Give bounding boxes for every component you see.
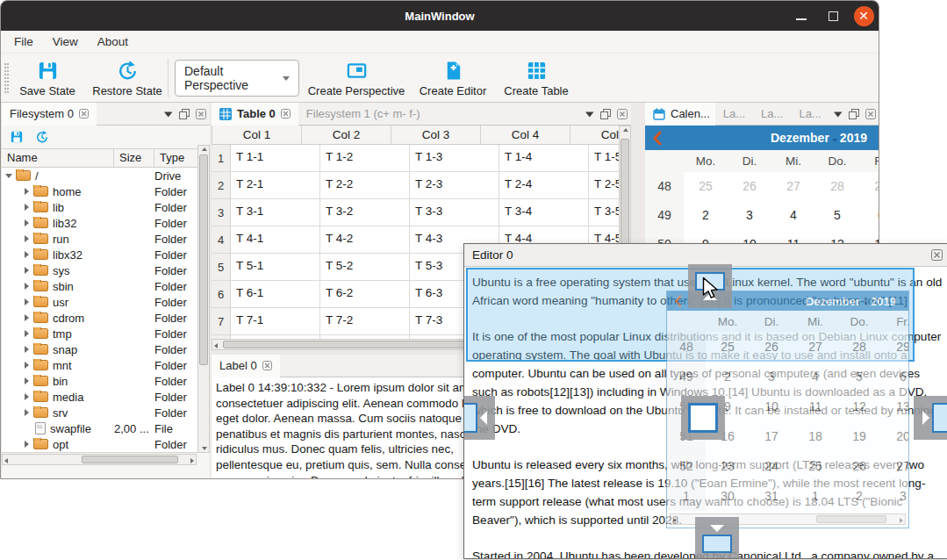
dock-indicator-bottom[interactable] xyxy=(695,517,739,559)
expander-icon[interactable] xyxy=(19,314,33,321)
maximize-button[interactable] xyxy=(821,1,845,31)
table-cell[interactable]: T 3-5 xyxy=(589,199,619,226)
dock-indicator-left[interactable] xyxy=(463,396,495,440)
tree-row[interactable]: sys Folder xyxy=(2,262,197,278)
tab-label-dock[interactable]: La... xyxy=(753,103,791,126)
calendar-day[interactable]: 2 xyxy=(684,201,728,230)
expander-icon[interactable] xyxy=(2,174,16,178)
expander-icon[interactable] xyxy=(19,267,33,274)
tree-row[interactable]: media Folder xyxy=(2,389,197,405)
table-cell[interactable]: T 4-1 xyxy=(231,226,320,253)
vertical-scrollbar[interactable] xyxy=(197,145,210,453)
table-cell[interactable]: T 7-1 xyxy=(231,308,320,334)
dock-indicator-right[interactable] xyxy=(914,396,947,440)
dock-menu-icon[interactable] xyxy=(585,111,594,118)
table-row[interactable]: 3 T 3-1 T 3-2 T 3-3 T 3-4 T 3-5 xyxy=(212,199,619,226)
menu-item[interactable]: View xyxy=(43,31,88,54)
tree-row[interactable]: snap Folder xyxy=(2,341,197,357)
table-cell[interactable]: T 2-2 xyxy=(320,172,410,198)
tab-filesystem-1[interactable]: Filesystem 1 (c+ m- f-) xyxy=(298,103,428,126)
dock-close-icon[interactable] xyxy=(865,109,876,119)
minimize-button[interactable] xyxy=(789,1,814,31)
month-selector[interactable]: Dezember xyxy=(771,131,829,145)
expander-icon[interactable] xyxy=(19,204,33,211)
row-header[interactable]: 6 xyxy=(212,281,231,307)
table-cell[interactable]: T 3-3 xyxy=(410,199,499,226)
expander-icon[interactable] xyxy=(19,441,33,448)
save-state-button[interactable]: Save State xyxy=(13,57,82,99)
titlebar[interactable]: MainWindow xyxy=(1,1,879,31)
column-header[interactable]: Col 3 xyxy=(391,126,481,144)
table-cell[interactable]: T 6-1 xyxy=(231,281,320,307)
calendar-day[interactable]: 4 xyxy=(771,201,815,230)
tree-row[interactable]: cdrom Folder xyxy=(2,310,197,326)
calendar-day[interactable]: 3 xyxy=(728,201,771,230)
table-cell[interactable]: T 5-1 xyxy=(231,254,320,280)
table-cell[interactable]: T 7-2 xyxy=(320,308,410,334)
expander-icon[interactable] xyxy=(19,219,33,226)
calendar-day[interactable]: 29 xyxy=(859,172,879,201)
tab-close-icon[interactable] xyxy=(262,361,272,370)
tree-row[interactable]: bin Folder xyxy=(2,373,197,389)
dock-close-icon[interactable] xyxy=(196,109,206,119)
toolbar-drag-handle[interactable] xyxy=(4,63,9,93)
create-perspective-button[interactable]: Create Perspective xyxy=(305,57,408,99)
row-header[interactable]: 3 xyxy=(212,199,231,226)
tab-close-icon[interactable] xyxy=(281,109,291,118)
tab-label-dock[interactable]: La... xyxy=(791,103,829,126)
tree-row[interactable]: srv Folder xyxy=(2,405,197,420)
horizontal-scrollbar[interactable] xyxy=(2,454,197,465)
menu-item[interactable]: File xyxy=(4,31,43,54)
table-cell[interactable]: T 2-5 xyxy=(589,172,619,198)
calendar-day[interactable]: 27 xyxy=(771,172,815,201)
perspective-dropdown[interactable]: Default Perspective xyxy=(175,60,299,97)
row-header[interactable]: 1 xyxy=(212,145,231,171)
dock-float-icon[interactable] xyxy=(600,109,611,119)
tab-filesystem-0[interactable]: Filesystem 0 xyxy=(2,103,97,126)
column-header[interactable]: Col 5 xyxy=(570,126,619,144)
editor-close-icon[interactable] xyxy=(931,249,943,261)
table-cell[interactable]: T 4-2 xyxy=(320,226,410,253)
expander-icon[interactable] xyxy=(19,393,33,400)
tree-row[interactable]: mnt Folder xyxy=(2,357,197,373)
tree-row[interactable]: lib Folder xyxy=(2,199,197,215)
tree-row[interactable]: home Folder xyxy=(2,183,197,199)
table-cell[interactable]: T 1-5 xyxy=(589,145,619,171)
table-cell[interactable]: T 5-2 xyxy=(320,254,410,280)
tab-table-0[interactable]: Table 0 xyxy=(212,103,298,126)
table-header-row[interactable]: Col 1Col 2Col 3Col 4Col 5 xyxy=(212,126,619,145)
table-cell[interactable]: T 3-2 xyxy=(320,199,410,226)
tree-row[interactable]: run Folder xyxy=(2,231,197,247)
tree-row[interactable]: tmp Folder xyxy=(2,326,197,341)
create-editor-button[interactable]: Create Editor xyxy=(412,57,494,99)
menu-item[interactable]: About xyxy=(88,31,138,54)
tree-row[interactable]: opt Folder xyxy=(2,436,197,452)
table-cell[interactable]: T 1-1 xyxy=(231,145,320,171)
tree-row[interactable]: lib32 Folder xyxy=(2,215,197,231)
expander-icon[interactable] xyxy=(19,235,33,242)
table-cell[interactable]: T 1-2 xyxy=(320,145,410,171)
table-row[interactable]: 1 T 1-1 T 1-2 T 1-3 T 1-4 T 1-5 xyxy=(212,145,619,172)
expander-icon[interactable] xyxy=(19,346,33,353)
table-cell[interactable]: T 1-3 xyxy=(410,145,499,171)
tab-label-0[interactable]: Label 0 xyxy=(212,355,280,377)
prev-month-icon[interactable] xyxy=(652,131,662,146)
table-cell[interactable]: T 3-1 xyxy=(231,199,320,226)
calendar-day[interactable]: 26 xyxy=(728,172,771,201)
dock-close-icon[interactable] xyxy=(617,109,628,119)
table-cell[interactable]: T 2-1 xyxy=(231,172,320,198)
tab-calendar[interactable]: Calen... xyxy=(645,103,715,126)
save-icon[interactable] xyxy=(10,130,24,144)
calendar-day[interactable]: 5 xyxy=(815,201,859,230)
dock-menu-icon[interactable] xyxy=(834,111,843,118)
column-header[interactable]: Col 4 xyxy=(481,126,570,144)
create-table-button[interactable]: Create Table xyxy=(498,57,575,99)
tree-row[interactable]: / Drive xyxy=(2,168,197,183)
expander-icon[interactable] xyxy=(19,377,33,384)
row-header[interactable]: 5 xyxy=(212,254,231,280)
close-button[interactable]: ✕ xyxy=(851,1,876,31)
tree-row[interactable]: sbin Folder xyxy=(2,278,197,294)
row-header[interactable]: 2 xyxy=(212,172,231,198)
table-cell[interactable]: T 2-3 xyxy=(410,172,499,198)
year-selector[interactable]: 2019 xyxy=(840,131,867,145)
